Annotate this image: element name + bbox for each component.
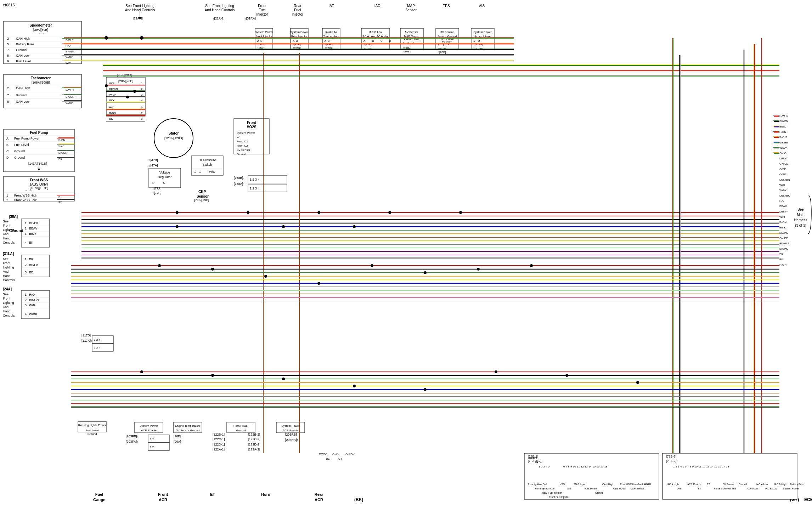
svg-text:MAP Input: MAP Input [574, 483, 586, 486]
svg-text:[117B]: [117B] [81, 334, 91, 337]
svg-text:[22A-2]↑: [22A-2]↑ [133, 17, 145, 20]
svg-text:Speedometer: Speedometer [29, 23, 52, 27]
svg-text:W/O: W/O [779, 183, 785, 187]
svg-point-430 [353, 225, 356, 228]
svg-text:W/R: W/R [29, 303, 35, 307]
svg-text:C: C [380, 39, 383, 42]
svg-text:LGN/BN: LGN/BN [779, 178, 790, 181]
svg-text:CAN Low: CAN Low [16, 54, 30, 57]
svg-text:R/BN: R/BN [779, 130, 786, 134]
svg-text:Controls: Controls [3, 278, 15, 282]
svg-text:1 2 3 4: 1 2 3 4 [250, 187, 260, 190]
svg-text:E/W R: E/W R [66, 88, 74, 91]
svg-text:W/Y: W/Y [66, 61, 71, 64]
svg-text:W/BK: W/BK [66, 102, 73, 105]
svg-text:BK/GN: BK/GN [109, 87, 118, 91]
svg-text:O/BE: O/BE [779, 168, 786, 171]
svg-point-480 [282, 378, 285, 380]
svg-text:[90A]↑: [90A]↑ [174, 440, 183, 443]
svg-text:[120A][120B]: [120A][120B] [164, 136, 183, 140]
svg-text:[20A][20B]: [20A][20B] [118, 79, 133, 83]
svg-text:Front O2: Front O2 [237, 140, 248, 143]
svg-point-279 [105, 36, 108, 40]
svg-text:Controls: Controls [3, 314, 15, 317]
svg-text:↑[31RA]: ↑[31RA] [244, 17, 256, 20]
svg-text:1: 1 [141, 82, 143, 85]
svg-text:BE/PK: BE/PK [29, 263, 39, 267]
svg-text:R/V: R/V [779, 199, 784, 203]
svg-text:IAC B Low: IAC B Low [765, 487, 777, 490]
svg-point-459 [211, 268, 214, 271]
svg-text:9: 9 [7, 59, 9, 63]
svg-text:2: 2 [478, 39, 480, 42]
svg-text:[24A]: [24A] [3, 287, 12, 291]
svg-text:Sensor: Sensor [405, 8, 417, 12]
svg-text:Fuel: Fuel [294, 8, 301, 12]
svg-text:See: See [3, 257, 9, 261]
svg-text:Horn: Horn [261, 492, 270, 497]
svg-text:A: A [293, 39, 295, 42]
svg-text:See Front Lighting: See Front Lighting [205, 4, 234, 8]
svg-text:GY/BE: GY/BE [779, 141, 788, 144]
svg-text:Ground: Ground [14, 156, 25, 159]
svg-text:BK/W Z: BK/W Z [779, 242, 789, 245]
svg-text:2: 2 [7, 86, 9, 90]
svg-text:Tachometer: Tachometer [31, 76, 51, 80]
svg-text:Lighting: Lighting [3, 266, 14, 269]
svg-text:BK: BK [58, 158, 62, 161]
svg-text:BK/W: BK/W [535, 461, 542, 464]
svg-text:3: 3 [141, 93, 143, 96]
svg-text:And: And [3, 270, 9, 273]
svg-point-482 [424, 388, 427, 391]
svg-text:Front: Front [247, 121, 256, 125]
svg-text:GY/BE: GY/BE [779, 237, 788, 240]
svg-text:Switch: Switch [203, 163, 212, 166]
svg-text:Oil Pressure: Oil Pressure [198, 158, 216, 162]
svg-text:7: 7 [7, 93, 9, 97]
svg-text:BE: BE [29, 271, 33, 274]
svg-text:And Hand Controls: And Hand Controls [205, 8, 235, 12]
svg-text:BE/PK: BE/PK [779, 231, 788, 234]
svg-text:→ →: → → [37, 32, 45, 35]
svg-text:6: 6 [141, 106, 143, 109]
svg-text:et0815: et0815 [3, 3, 15, 7]
svg-text:Intake Air: Intake Air [325, 30, 337, 34]
svg-text:IAC: IAC [374, 4, 380, 8]
svg-text:AIS: AIS [677, 487, 682, 490]
svg-text:Front HO2S: Front HO2S [638, 483, 651, 486]
svg-text:Front O2: Front O2 [237, 144, 248, 147]
svg-text:Voltage: Voltage [159, 171, 170, 174]
svg-text:Harness: Harness [794, 218, 807, 222]
svg-text:JSS: JSS [567, 487, 571, 490]
svg-text:Ground: Ground [236, 429, 246, 432]
svg-point-465 [530, 264, 533, 267]
svg-text:1: 1 [6, 194, 8, 197]
svg-text:2: 2 [6, 198, 8, 202]
svg-text:[122B-1]: [122B-1] [213, 433, 225, 436]
svg-point-461 [317, 282, 320, 285]
svg-text:And: And [3, 305, 9, 309]
svg-text:GY: GY [338, 457, 343, 460]
svg-text:GN/GY: GN/GY [345, 453, 355, 456]
svg-text:GY/O: GY/O [779, 152, 786, 155]
svg-text:2: 2 [25, 263, 27, 267]
svg-text:GN/Y: GN/Y [332, 453, 339, 456]
svg-text:ECM: ECM [804, 497, 812, 502]
svg-text:A: A [6, 137, 9, 140]
svg-point-463 [424, 271, 427, 274]
svg-text:W/Y: W/Y [58, 145, 64, 148]
svg-text:[31LA]: [31LA] [3, 252, 14, 256]
svg-text:[90B]↓: [90B]↓ [174, 435, 183, 438]
svg-text:System Power: System Power [140, 424, 158, 427]
svg-text:R/BN: R/BN [58, 138, 65, 142]
svg-text:Front: Front [158, 492, 168, 497]
svg-text:[122A-2]: [122A-2] [248, 448, 260, 451]
svg-text:B: B [6, 143, 9, 147]
svg-text:Fuel Level: Fuel Level [16, 59, 31, 63]
svg-text:[38A]: [38A] [9, 215, 18, 219]
svg-text:BK: BK [29, 241, 33, 244]
svg-text:BK/GN: BK/GN [779, 120, 788, 123]
svg-text:ET: ET [707, 483, 710, 486]
svg-point-426 [388, 211, 391, 214]
svg-text:HO2S: HO2S [247, 125, 256, 129]
